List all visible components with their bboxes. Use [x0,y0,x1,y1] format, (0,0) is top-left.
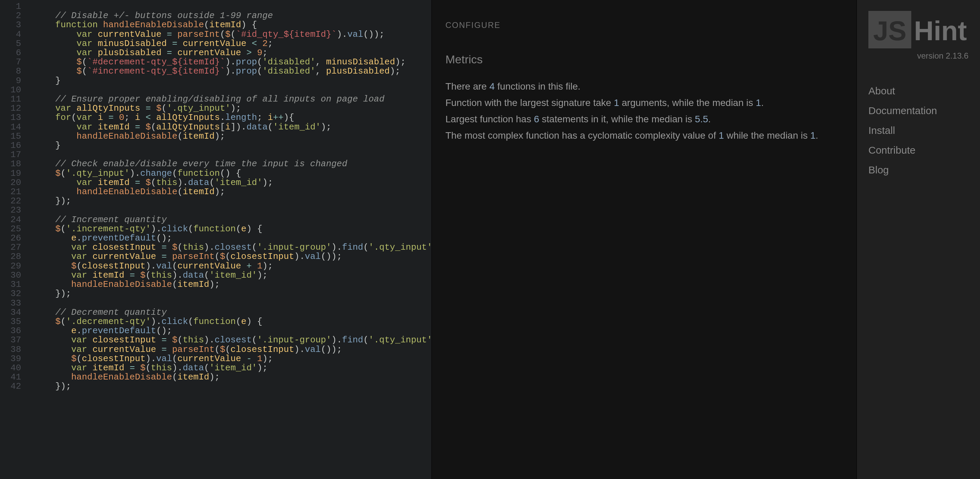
metrics-signature: Function with the largest signature take… [445,96,843,110]
metrics-body: There are 4 functions in this file. Func… [445,80,843,142]
nav-contribute[interactable]: Contribute [869,141,969,160]
version-label: version 2.13.6 [869,51,969,61]
nav-install[interactable]: Install [869,121,969,141]
nav-about[interactable]: About [869,81,969,101]
configure-link[interactable]: CONFIGURE [445,18,843,32]
metrics-statements: Largest function has 6 statements in it,… [445,112,843,126]
metrics-heading: Metrics [445,53,843,66]
line-number-gutter: 1234567891011121314151617181920212223242… [0,0,27,391]
svg-text:Hint: Hint [914,16,967,46]
jshint-logo-icon: JS Hint [869,11,969,48]
results-panel: CONFIGURE Metrics There are 4 functions … [432,0,857,479]
jshint-logo[interactable]: JS Hint [869,11,969,48]
metrics-functions: There are 4 functions in this file. [445,80,843,93]
metrics-complexity: The most complex function has a cyclomat… [445,129,843,142]
code-content[interactable]: // Disable +/- buttons outside 1-99 rang… [34,2,432,391]
nav-documentation[interactable]: Documentation [869,101,969,121]
svg-text:JS: JS [873,16,907,46]
nav-blog[interactable]: Blog [869,160,969,180]
sidebar-nav: About Documentation Install Contribute B… [869,81,969,180]
sidebar: JS Hint version 2.13.6 About Documentati… [857,0,980,479]
code-editor[interactable]: 1234567891011121314151617181920212223242… [0,0,432,479]
